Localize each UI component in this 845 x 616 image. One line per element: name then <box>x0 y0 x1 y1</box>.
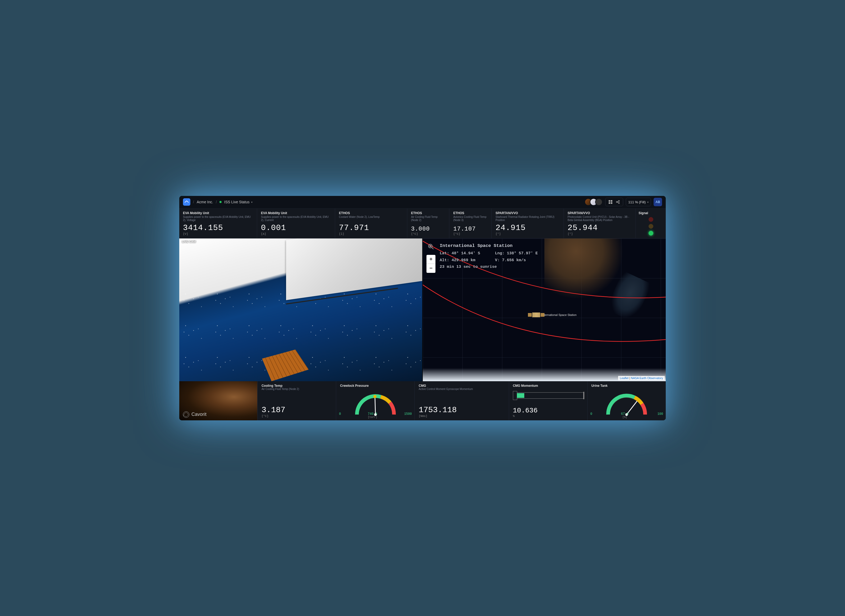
metric-title: SPARTAN/VVO <box>496 211 560 215</box>
gauge-value: 740.5 <box>368 412 377 416</box>
leaflet-link[interactable]: Leaflet <box>620 377 628 380</box>
signal-title: Signal <box>638 211 648 215</box>
breadcrumb-org[interactable]: Acme Inc. <box>197 200 213 204</box>
gauge-labels: 0 67.0[%] 100 <box>588 412 666 419</box>
brand-card[interactable]: Cavorit <box>179 381 257 420</box>
map-panel[interactable]: International Space Station + − Internat… <box>423 239 666 381</box>
signal-card: Signal <box>636 208 666 238</box>
svg-point-5 <box>618 200 619 201</box>
map-zoom-in[interactable]: + <box>427 255 436 264</box>
bottom-row: Cavorit Cooling Temp Air Cooling Fluid T… <box>179 381 666 420</box>
metric-unit: [°] <box>568 232 632 236</box>
metric-desc: Coolant Water (Node 2), LowTemp <box>339 216 403 222</box>
metric-card[interactable]: ETHOS Avionics Cooling Fluid Temp (Node … <box>449 208 491 238</box>
nasa-link[interactable]: NASA Earth Observatory <box>631 377 663 380</box>
vel-value: 7.656 km/s <box>502 257 526 264</box>
avatar[interactable] <box>595 198 603 206</box>
view-switcher <box>605 198 623 206</box>
metric-card[interactable]: EVA Mobility Unit Supplies power to the … <box>257 208 335 238</box>
signal-light-red <box>648 217 653 222</box>
map-attribution: Leaflet | NASA Earth Observatory <box>618 376 665 380</box>
svg-point-4 <box>616 201 618 202</box>
zoom-control[interactable]: 111 % (Fill) ▾ <box>626 198 651 206</box>
lat-label: Lat: <box>440 250 449 257</box>
svg-rect-3 <box>611 202 612 204</box>
bar-fill <box>517 393 524 398</box>
brand-name: Cavorit <box>191 412 207 417</box>
presence-avatars[interactable] <box>587 198 603 206</box>
svg-rect-2 <box>609 202 610 204</box>
map-controls: + − <box>427 242 436 273</box>
card-desc: Active Control Moment Gyroscope Momentum <box>418 387 505 390</box>
iss-icon <box>532 312 540 317</box>
svg-rect-1 <box>611 200 612 202</box>
metric-card[interactable]: ETHOS Coolant Water (Node 2), LowTemp 77… <box>335 208 407 238</box>
card-title: Urine Tank <box>591 384 662 387</box>
iss-marker[interactable]: International Space Station <box>532 312 577 317</box>
gauge-max: 100 <box>657 412 663 419</box>
metric-unit: [°C] <box>453 232 487 236</box>
card-title: Crewlock Pressure <box>340 384 411 387</box>
map-object-name: International Space Station <box>440 242 538 250</box>
metrics-row: EVA Mobility Unit Supplies power to the … <box>179 208 666 239</box>
breadcrumb-sep: / <box>193 200 194 204</box>
syringe-gauge <box>513 392 584 399</box>
grid-view-icon[interactable] <box>607 199 613 205</box>
metric-desc: Photovolatic Control Unit (PVCU) - Solar… <box>568 216 632 222</box>
iss-marker-label: International Space Station <box>542 313 577 317</box>
dashboard-window: / Acme Inc. / ISS Live Status ▾ 111 % (F… <box>179 196 666 420</box>
gauge-min: 0 <box>339 412 341 419</box>
gauge-unit: [torr] <box>368 416 377 419</box>
main-row: LIVE CAM International Space Station <box>179 239 666 381</box>
metric-value: 24.915 <box>496 223 560 232</box>
card-title: CMG <box>418 384 505 387</box>
metric-value: 17.107 <box>453 226 487 232</box>
metric-title: ETHOS <box>339 211 403 215</box>
chevron-down-icon: ▾ <box>647 201 648 204</box>
cooling-temp-card[interactable]: Cooling Temp Air Cooling Fluid Temp (Nod… <box>258 381 336 420</box>
map-landmass <box>544 239 624 299</box>
card-title: CMG Momentum <box>513 384 584 387</box>
crewlock-pressure-card[interactable]: Crewlock Pressure 0 740.5[torr] 1500 <box>336 381 414 420</box>
card-unit: [Nms] <box>418 415 505 418</box>
svg-point-14 <box>637 398 640 401</box>
alt-label: Alt: <box>440 257 449 264</box>
metric-card[interactable]: EVA Mobility Unit Supplies power to the … <box>179 208 257 238</box>
metric-title: EVA Mobility Unit <box>261 211 331 215</box>
metric-desc: Starboard Thermal Radiator Rotating Join… <box>496 216 560 222</box>
metric-unit: [l] <box>339 232 403 236</box>
signal-light-amber <box>648 224 653 229</box>
gauge-unit: [%] <box>621 416 629 419</box>
metric-card[interactable]: SPARTAN/VVO Starboard Thermal Radiator R… <box>492 208 563 238</box>
share-icon[interactable] <box>615 199 621 205</box>
brand-logo: Cavorit <box>183 411 254 418</box>
gauge-max: 1500 <box>404 412 412 419</box>
zoom-value: 111 % (Fill) <box>628 200 645 204</box>
live-cam-panel[interactable]: LIVE CAM <box>179 239 422 381</box>
metric-card[interactable]: ETHOS Air Cooling Fluid Temp (Node 2) 3.… <box>408 208 449 238</box>
card-unit: % <box>513 415 584 418</box>
map-locate-icon[interactable] <box>427 242 436 251</box>
app-logo[interactable] <box>183 198 190 206</box>
metric-card[interactable]: SPARTAN/VVO Photovolatic Control Unit (P… <box>564 208 635 238</box>
cmg-momentum-card[interactable]: CMG Momentum 10.636 % <box>509 381 587 420</box>
cmg-card[interactable]: CMG Active Control Moment Gyroscope Mome… <box>415 381 508 420</box>
metric-title: ETHOS <box>453 211 487 215</box>
metric-desc: Avionics Cooling Fluid Temp (Node 3) <box>453 216 487 224</box>
card-desc: Air Cooling Fluid Temp (Node 2) <box>261 387 332 390</box>
metric-value: 77.971 <box>339 223 403 232</box>
metric-title: SPARTAN/VVO <box>568 211 632 215</box>
map-zoom-out[interactable]: − <box>427 264 436 273</box>
svg-line-9 <box>375 396 376 415</box>
breadcrumb-page[interactable]: ISS Live Status ▾ <box>219 200 252 204</box>
urine-tank-card[interactable]: Urine Tank 0 67.0[%] 100 <box>588 381 666 420</box>
metric-title: ETHOS <box>411 211 446 215</box>
lng-value: 138° 57.97' E <box>507 250 538 257</box>
metric-title: EVA Mobility Unit <box>183 211 253 215</box>
header: / Acme Inc. / ISS Live Status ▾ 111 % (F… <box>179 196 666 208</box>
user-menu[interactable]: AB <box>654 198 662 206</box>
globe-icon <box>183 411 189 418</box>
metric-desc: Air Cooling Fluid Temp (Node 2) <box>411 216 446 224</box>
metric-value: 25.944 <box>568 223 632 232</box>
metric-unit: [A] <box>261 232 331 236</box>
